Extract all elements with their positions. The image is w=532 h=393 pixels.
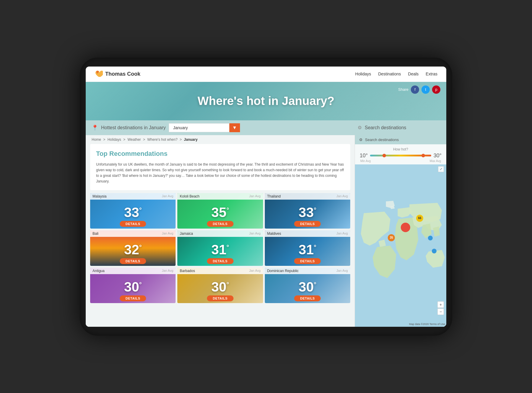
dest-card-dominican-republic: Dominican Republic Jan Avg 30° DETAILS bbox=[265, 268, 350, 303]
dest-avg-label: Jan Avg bbox=[162, 232, 173, 236]
breadcrumb-weather[interactable]: Weather bbox=[127, 138, 141, 142]
navbar: Thomas Cook Holidays Destinations Deals … bbox=[86, 67, 446, 82]
details-button-1[interactable]: DETAILS bbox=[207, 221, 233, 227]
logo: Thomas Cook bbox=[95, 70, 140, 78]
dest-card-header: Barbados Jan Avg bbox=[177, 268, 263, 274]
dest-temp: 30° bbox=[211, 279, 229, 295]
temp-max-value: 30° bbox=[434, 153, 442, 159]
dest-avg-label: Jan Avg bbox=[336, 269, 348, 273]
filter-title: Hottest destinations in January bbox=[101, 125, 166, 130]
dest-name: Barbados bbox=[180, 269, 195, 273]
dest-temp: 33° bbox=[299, 204, 316, 220]
dest-card-malaysia: Malaysia Jan Avg 33° DETAILS bbox=[90, 193, 176, 229]
dest-name: Bali bbox=[93, 232, 98, 236]
map-dot-se-asia-2[interactable] bbox=[432, 249, 437, 253]
map-attribution: Map data ©2020 Terms of Use bbox=[409, 323, 445, 326]
share-bar: Share f t p bbox=[398, 85, 440, 94]
breadcrumb-current: January bbox=[184, 138, 197, 142]
map-fullscreen-button[interactable]: ⤢ bbox=[438, 166, 444, 172]
top-recs-body: Unfortunately for us UK dwellers, the mo… bbox=[96, 162, 344, 185]
right-panel: ⚙ Search destinations How hot? 10° 30° bbox=[355, 135, 446, 327]
details-button-4[interactable]: DETAILS bbox=[207, 258, 233, 264]
month-dropdown-button[interactable]: ▼ bbox=[229, 123, 240, 132]
dest-card-header: Antigua Jan Avg bbox=[90, 268, 176, 274]
pinterest-button[interactable]: p bbox=[432, 85, 440, 94]
dest-name: Antigua bbox=[93, 269, 105, 273]
dest-avg-label: Jan Avg bbox=[162, 194, 173, 198]
tablet-frame: Thomas Cook Holidays Destinations Deals … bbox=[80, 58, 452, 336]
breadcrumb-home[interactable]: Home bbox=[92, 138, 101, 142]
dest-card-antigua: Antigua Jan Avg 30° DETAILS bbox=[90, 268, 176, 303]
map-header-label: Search destinations bbox=[365, 138, 399, 142]
dest-card-header: Maldives Jan Avg bbox=[265, 230, 350, 237]
dest-card-kololi-beach: Kololi Beach Jan Avg 35° DETAILS bbox=[177, 193, 263, 229]
details-button-2[interactable]: DETAILS bbox=[294, 221, 321, 227]
breadcrumb-holidays[interactable]: Holidays bbox=[108, 138, 121, 142]
map-zoom-controls: + − bbox=[437, 301, 444, 315]
dest-avg-label: Jan Avg bbox=[249, 269, 261, 273]
tablet-screen: Thomas Cook Holidays Destinations Deals … bbox=[86, 67, 446, 327]
top-recs-title: Top Recommendations bbox=[96, 150, 344, 158]
slider-handle-left[interactable] bbox=[382, 154, 386, 157]
nav-holidays[interactable]: Holidays bbox=[355, 72, 371, 76]
dest-card-bali: Bali Jan Avg 32° DETAILS bbox=[90, 230, 176, 266]
dest-temp: 35° bbox=[211, 204, 229, 220]
map-dot-africa[interactable]: 35 bbox=[388, 234, 395, 241]
details-button-3[interactable]: DETAILS bbox=[120, 258, 146, 264]
details-button-6[interactable]: DETAILS bbox=[120, 295, 146, 301]
dest-card-header: Malaysia Jan Avg bbox=[90, 193, 176, 200]
dest-temp: 31° bbox=[211, 242, 229, 258]
how-hot-label: How hot? bbox=[360, 147, 442, 151]
dest-temp: 30° bbox=[124, 279, 142, 295]
dest-temp: 31° bbox=[299, 242, 316, 258]
dest-name: Malaysia bbox=[93, 194, 106, 198]
dest-temp: 30° bbox=[299, 279, 316, 295]
nav-deals[interactable]: Deals bbox=[408, 72, 419, 76]
filter-bar-right: ⚙ Search destinations bbox=[358, 125, 440, 130]
world-map-svg bbox=[355, 164, 446, 327]
details-button-5[interactable]: DETAILS bbox=[294, 258, 321, 264]
month-input[interactable] bbox=[169, 123, 229, 132]
dest-card-header: Dominican Republic Jan Avg bbox=[265, 268, 350, 274]
zoom-out-button[interactable]: − bbox=[437, 308, 444, 315]
breadcrumb: Home > Holidays > Weather > Where's hot … bbox=[86, 135, 355, 144]
temp-range: 10° 30° bbox=[360, 153, 442, 159]
details-button-7[interactable]: DETAILS bbox=[207, 295, 233, 301]
location-icon: 📍 bbox=[92, 124, 98, 131]
dest-avg-label: Jan Avg bbox=[249, 232, 261, 236]
month-select: ▼ bbox=[169, 123, 240, 132]
left-panel: Home > Holidays > Weather > Where's hot … bbox=[86, 135, 355, 327]
dest-name: Jamaica bbox=[180, 232, 193, 236]
logo-heart-icon bbox=[95, 70, 103, 78]
dest-avg-label: Jan Avg bbox=[336, 194, 348, 198]
zoom-in-button[interactable]: + bbox=[437, 301, 444, 308]
dest-card-header: Bali Jan Avg bbox=[90, 230, 176, 237]
facebook-button[interactable]: f bbox=[411, 85, 419, 94]
twitter-button[interactable]: t bbox=[421, 85, 430, 94]
logo-text: Thomas Cook bbox=[105, 71, 140, 77]
dest-name: Thailand bbox=[267, 194, 281, 198]
map-dot-asia[interactable]: 66 bbox=[416, 215, 423, 222]
hero-title: Where's hot in January? bbox=[198, 94, 335, 108]
dest-card-header: Thailand Jan Avg bbox=[265, 193, 350, 200]
nav-extras[interactable]: Extras bbox=[426, 72, 437, 76]
min-avg-label: Min Avg bbox=[360, 159, 371, 163]
details-button-0[interactable]: DETAILS bbox=[120, 221, 146, 227]
dest-temp: 33° bbox=[124, 204, 142, 220]
dest-name: Maldives bbox=[267, 232, 281, 236]
nav-links: Holidays Destinations Deals Extras bbox=[355, 72, 437, 76]
filter-bar-left: 📍 Hottest destinations in January ▼ bbox=[92, 123, 352, 132]
details-button-8[interactable]: DETAILS bbox=[294, 295, 321, 301]
breadcrumb-where-hot[interactable]: Where's hot when? bbox=[147, 138, 177, 142]
destinations-grid: Malaysia Jan Avg 33° DETAILS Kololi Beac… bbox=[90, 193, 350, 303]
map-dot-middle-east[interactable] bbox=[401, 223, 410, 232]
temp-min-value: 10° bbox=[360, 153, 368, 159]
dest-card-header: Kololi Beach Jan Avg bbox=[177, 193, 263, 200]
temp-slider[interactable] bbox=[370, 155, 431, 156]
nav-destinations[interactable]: Destinations bbox=[378, 72, 401, 76]
dest-name: Dominican Republic bbox=[267, 269, 299, 273]
dest-name: Kololi Beach bbox=[180, 194, 200, 198]
slider-handle-right[interactable] bbox=[421, 154, 425, 157]
map-container: 35 66 ⤢ + − Map data ©2020 Terms of Use bbox=[355, 164, 446, 327]
max-avg-label: Max Avg bbox=[430, 159, 441, 163]
